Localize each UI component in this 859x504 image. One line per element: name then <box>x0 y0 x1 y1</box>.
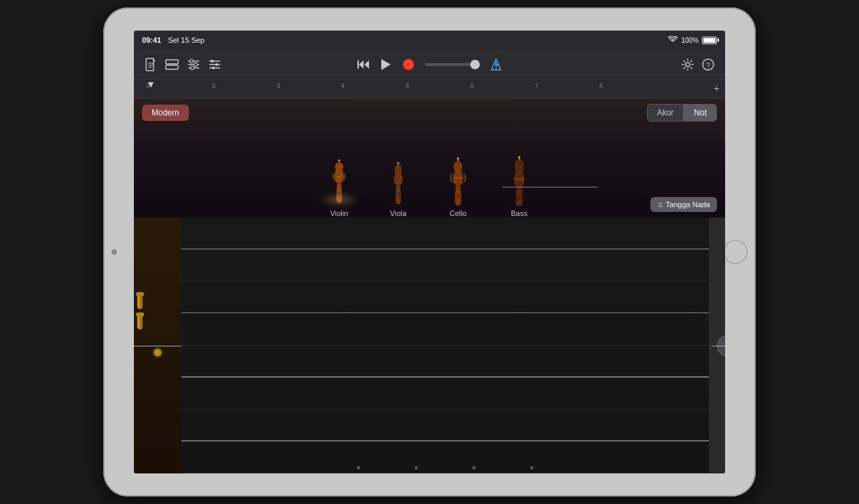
violin-label: Violin <box>330 209 349 217</box>
svg-rect-4 <box>166 60 178 64</box>
ruler-6: 6 <box>470 82 474 89</box>
svg-point-17 <box>212 67 215 69</box>
string-row-1[interactable] <box>181 217 709 281</box>
note-toggle-button[interactable]: Not <box>684 104 717 122</box>
scroll-dot-4 <box>530 466 533 469</box>
ipad-screen: 09:41 Sel 15 Sep 100% <box>134 31 725 473</box>
svg-point-38 <box>457 158 459 160</box>
svg-point-35 <box>398 162 400 164</box>
svg-point-16 <box>215 63 218 66</box>
viola-label: Viola <box>390 209 406 217</box>
instrument-violin[interactable]: Violin <box>330 159 349 217</box>
ruler-4: 4 <box>341 82 345 89</box>
violin-icon-wrap <box>330 159 349 206</box>
gear-button[interactable] <box>682 58 694 71</box>
ruler-7: 7 <box>535 82 538 89</box>
scroll-dot-3 <box>472 466 476 469</box>
viola-icon-wrap <box>389 162 407 206</box>
svg-point-40 <box>516 196 523 200</box>
record-button[interactable] <box>402 58 415 71</box>
svg-point-31 <box>338 160 340 162</box>
status-date: Sel 15 Sep <box>168 36 205 44</box>
tangga-nada-icon: ♫ <box>657 200 663 209</box>
volume-slider[interactable] <box>425 63 480 66</box>
chord-toggle-button[interactable]: Akor <box>647 104 684 122</box>
guitar-string-3 <box>181 376 709 378</box>
chord-note-toggle: Akor Not <box>647 104 717 122</box>
style-button[interactable]: Modern <box>142 105 189 121</box>
svg-point-11 <box>191 66 194 69</box>
fret-marker-1 <box>154 348 162 357</box>
status-right: 100% <box>668 36 717 44</box>
instruments-row: Violin Viola <box>134 127 725 217</box>
toolbar-center <box>334 58 524 71</box>
tangga-nada-button[interactable]: ♫ Tangga Nada <box>650 197 717 212</box>
wifi-icon <box>668 36 678 44</box>
string-row-2[interactable] <box>181 281 709 345</box>
bass-label: Bass <box>511 209 527 217</box>
toolbar-left <box>145 58 334 71</box>
instrument-viola[interactable]: Viola <box>389 162 407 217</box>
svg-marker-19 <box>364 60 369 69</box>
guitar-area <box>134 217 725 473</box>
toolbar-right: ? <box>525 58 714 71</box>
battery-icon <box>702 37 717 44</box>
scroll-dot-2 <box>415 466 418 469</box>
string-row-3[interactable] <box>181 346 709 410</box>
document-button[interactable] <box>145 58 157 71</box>
instrument-cello[interactable]: Cello <box>448 158 468 217</box>
right-connector <box>709 217 725 473</box>
annotation-line-left <box>134 346 181 346</box>
help-button[interactable]: ? <box>702 58 714 71</box>
svg-text:?: ? <box>706 61 710 69</box>
mixer-button[interactable] <box>187 58 200 71</box>
svg-rect-5 <box>166 65 178 69</box>
ruler-3: 3 <box>277 82 280 89</box>
violin-glow <box>319 193 360 206</box>
guitar-string-4 <box>181 440 709 442</box>
svg-point-36 <box>455 194 461 198</box>
metronome-button[interactable] <box>491 58 502 71</box>
svg-marker-18 <box>359 60 364 69</box>
ruler-8: 8 <box>599 82 603 89</box>
ruler-1: 1 <box>146 82 150 89</box>
svg-marker-21 <box>381 59 391 70</box>
home-button[interactable] <box>723 240 748 264</box>
status-bar: 09:41 Sel 15 Sep 100% <box>134 31 725 50</box>
ruler-2: 2 <box>212 82 215 89</box>
tuning-peg-2[interactable] <box>137 314 143 329</box>
cello-icon-wrap <box>448 158 468 206</box>
string-row-4[interactable] <box>181 410 709 473</box>
svg-point-33 <box>396 194 401 196</box>
strings-area[interactable] <box>181 217 709 473</box>
tracks-button[interactable] <box>165 59 179 70</box>
add-track-button[interactable]: + <box>714 83 720 95</box>
side-dot <box>111 249 117 255</box>
svg-point-9 <box>190 59 194 62</box>
viola-svg <box>389 162 407 206</box>
tuning-peg-area <box>137 294 143 329</box>
cello-svg <box>448 158 468 206</box>
battery-percentage: 100% <box>681 37 699 44</box>
svg-point-42 <box>518 156 521 158</box>
tangga-nada-label: Tangga Nada <box>666 200 710 209</box>
play-button[interactable] <box>381 58 391 71</box>
bass-svg <box>509 156 529 206</box>
svg-line-25 <box>495 64 498 65</box>
scroll-dot-1 <box>357 466 360 469</box>
svg-point-26 <box>686 62 690 67</box>
toolbar: ? <box>134 50 725 79</box>
ipad-frame: 09:41 Sel 15 Sep 100% <box>103 7 756 497</box>
timeline-ruler: ▼ 1 2 3 4 5 6 7 8 + <box>134 79 725 98</box>
instrument-bass[interactable]: Bass <box>509 156 529 217</box>
instrument-area: Modern Akor Not <box>134 98 725 217</box>
svg-point-10 <box>194 62 198 66</box>
main-content: Modern Akor Not <box>134 98 725 473</box>
tuning-peg-1[interactable] <box>137 294 143 309</box>
rewind-button[interactable] <box>357 59 370 70</box>
volume-thumb <box>470 60 480 69</box>
settings-sliders-button[interactable] <box>209 58 221 71</box>
svg-point-22 <box>403 59 414 70</box>
ruler-5: 5 <box>406 82 409 89</box>
battery-fill <box>703 38 716 43</box>
